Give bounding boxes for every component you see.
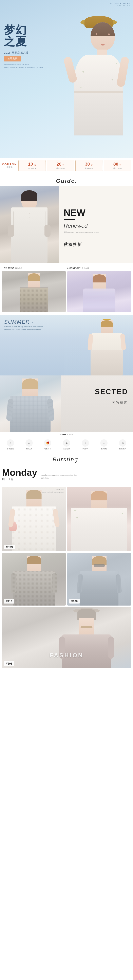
nav-icon-5[interactable]: ♡ 惊心购 (95, 439, 113, 450)
monday-zh: Monday 周一上新 (2, 468, 37, 481)
nav-icon-label-3: 活动指南 (63, 447, 70, 450)
monday-header: Monday 周一上新 monday's new product recomme… (2, 468, 131, 481)
coupon-unit-3: 券 (119, 164, 122, 166)
nav-icon-1[interactable]: ★ 本周主打 (20, 439, 39, 450)
dot-0[interactable] (60, 434, 62, 435)
product-price-fashion: ¥598 (4, 661, 14, 666)
mall-title-zh: 商场同款 (15, 267, 22, 270)
coupon-bottom: 优惠券 (6, 166, 13, 169)
nav-icon-circle-5: ♡ (100, 439, 108, 447)
explosion-image (67, 271, 131, 312)
hero-small-text: NEW LAUNCH IN THIS SUMMER HERE COMES THE… (4, 64, 43, 69)
nav-icon-label-4: 女王节 (82, 447, 88, 450)
brand-name: GLOBAL FLORAS (110, 2, 130, 5)
fashion-text: FASHION (49, 652, 84, 659)
coupon-desc-2: 满300可用 (76, 167, 102, 170)
bursting-section: Bursting. (0, 452, 133, 465)
product-price-lace: ¥599 (4, 545, 15, 549)
product-card-grey-knit[interactable]: ¥768 (67, 553, 131, 606)
coupon-amount-0: 10 (28, 162, 33, 167)
nav-icon-label-2: 老爸有礼 (44, 447, 51, 450)
hero-section: GLOBAL FLORAS 2018 COLORS (0, 0, 133, 158)
product-row-3: FASHION ¥598 (2, 607, 131, 668)
monday-sub: monday's new product recommendation fine… (41, 474, 78, 479)
sected-dots: …… (95, 397, 128, 400)
dots-indicator (0, 432, 133, 438)
product-price-grey: ¥768 (69, 599, 80, 603)
dot-2[interactable] (67, 434, 68, 435)
dot-4[interactable] (71, 434, 73, 435)
coupon-desc-0: 满100可用 (19, 167, 45, 170)
guide-title: Guide. (4, 178, 129, 184)
nav-icon-4[interactable]: ♀ 女王节 (76, 439, 95, 450)
brand-sub: 2018 COLORS (110, 5, 130, 6)
new-dots: ... (64, 237, 65, 240)
new-section: NEW Renewed 品质 FLORAL FREQUENCY AND GOOD… (0, 186, 133, 263)
product-grid: ¥599 2018 S/S fashion colour is a strang… (0, 487, 133, 673)
guide-section: Guide. (0, 174, 133, 186)
mall-explosion-row: The mall 商场同款 → (2, 266, 131, 312)
new-left-image (0, 186, 59, 263)
nav-icon-label-1: 本周主打 (25, 447, 33, 450)
nav-icon-6[interactable]: ⊕ 售卖策式 (113, 439, 132, 450)
coupon-desc-1: 满200可用 (48, 167, 73, 170)
hero-buy-button[interactable]: 立即购买 (4, 56, 21, 62)
monday-big: Monday (2, 468, 37, 477)
product-row-2: ¥218 (2, 553, 131, 606)
coupon-item-0[interactable]: 10 券 满100可用 (18, 160, 46, 171)
summer-banner: SUMMER - SUMMER FLORAL FREQUENCY AND GOO… (0, 315, 133, 375)
nav-icon-label-6: 售卖策式 (119, 447, 126, 450)
product-card-lace[interactable]: ¥599 2018 S/S fashion colour is a strang… (2, 487, 66, 551)
dot-1[interactable] (62, 434, 66, 435)
hero-model (56, 12, 133, 158)
explosion-block: Explosion 人气尖货 → (67, 266, 131, 312)
mall-arrow[interactable]: → (63, 267, 66, 269)
product-card-tweed[interactable]: ¥218 (2, 553, 66, 606)
nav-icon-circle-2: 🎁 (44, 439, 51, 447)
summer-section: SUMMER - SUMMER FLORAL FREQUENCY AND GOO… (0, 315, 133, 375)
coupon-amount-3: 80 (113, 162, 118, 167)
explosion-title-en: Explosion (67, 266, 81, 269)
summer-desc: SUMMER FLORAL FREQUENCY AND GOOD STYLE N… (4, 326, 43, 331)
nav-icon-circle-0: ☀ (7, 439, 14, 447)
nav-icon-circle-1: ★ (25, 439, 33, 447)
nav-icon-circle-3: ◈ (63, 439, 70, 447)
explosion-arrow[interactable]: → (129, 267, 131, 269)
sected-zh: 时尚精选 (95, 401, 128, 405)
coupon-amount-1: 20 (56, 162, 61, 167)
product-card-fashion[interactable]: FASHION ¥598 (2, 607, 131, 668)
nav-icon-label-0: 早秋必备 (7, 447, 14, 450)
nav-icons-row: ☀ 早秋必备 ★ 本周主打 🎁 老爸有礼 ◈ 活动指南 ♀ 女王节 ♡ 惊心购 … (0, 438, 133, 452)
product-card-knit-right[interactable] (67, 487, 131, 551)
dot-3[interactable] (69, 434, 71, 435)
coupon-label: COUPON 优惠券 (2, 163, 17, 169)
coupon-amount-2: 30 (85, 162, 90, 167)
coupon-item-1[interactable]: 20 券 满200可用 (47, 160, 74, 171)
coupon-unit-0: 券 (34, 164, 36, 166)
explosion-title-zh: 人气尖货 (82, 267, 89, 270)
new-label: NEW (64, 208, 128, 217)
summer-label: SUMMER - (4, 319, 34, 325)
monday-label: 周一上新 (2, 477, 37, 481)
nav-icon-0[interactable]: ☀ 早秋必备 (1, 439, 20, 450)
sected-text: SECTED …… 时尚精选 (95, 388, 128, 405)
sected-section: SECTED …… 时尚精选 (0, 375, 133, 432)
nav-icon-circle-4: ♀ (82, 439, 89, 447)
nav-icon-circle-6: ⊕ (119, 439, 126, 447)
nav-icon-3[interactable]: ◈ 活动指南 (57, 439, 76, 450)
coupon-desc-3: 满800可用 (105, 167, 130, 170)
nav-icon-2[interactable]: 🎁 老爸有礼 (38, 439, 57, 450)
brand-top: GLOBAL FLORAS 2018 COLORS (110, 2, 130, 6)
mall-section: The mall 商场同款 → (0, 263, 133, 312)
coupon-item-3[interactable]: 80 券 满800可用 (104, 160, 131, 171)
coupon-item-2[interactable]: 30 券 满300可用 (75, 160, 103, 171)
hero-subtitle: 2018·夏新品第六波 (4, 51, 29, 54)
coupon-unit-1: 券 (62, 164, 65, 166)
mall-image (2, 271, 66, 312)
coupon-top: COUPON (2, 163, 17, 166)
summer-model (64, 317, 133, 375)
coupon-unit-2: 券 (91, 164, 93, 166)
product-price-tweed: ¥218 (4, 599, 14, 603)
sected-model (0, 375, 61, 432)
bursting-title: Bursting. (4, 457, 129, 463)
